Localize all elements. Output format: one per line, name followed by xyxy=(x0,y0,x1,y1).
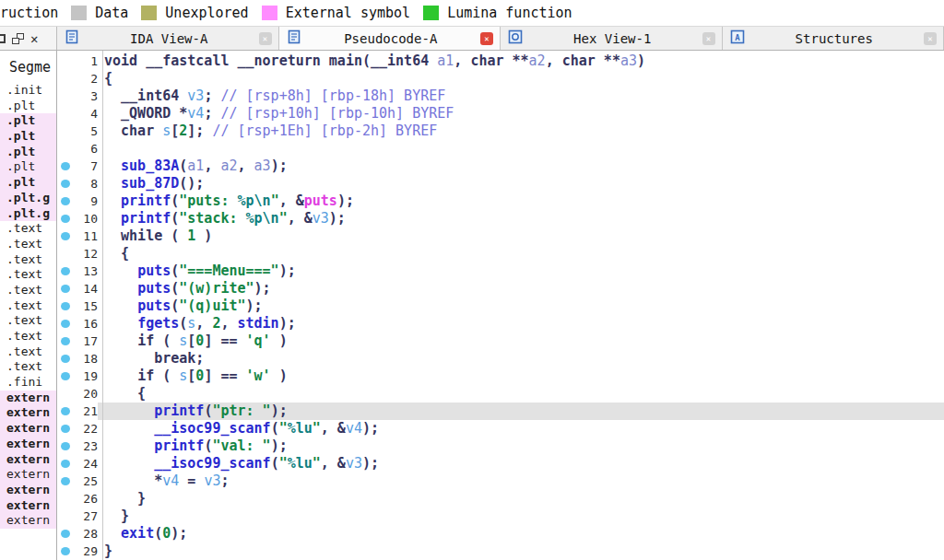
segment-item-extern[interactable]: extern xyxy=(0,498,56,514)
token-st: " xyxy=(313,420,321,437)
segment-item-plt[interactable]: .plt xyxy=(0,129,56,145)
segment-item-plt[interactable]: .plt xyxy=(0,113,56,129)
segment-item-extern[interactable]: extern xyxy=(0,452,56,468)
code-text[interactable]: _QWORD *v4; // [rsp+10h] [rbp-10h] BYREF xyxy=(98,105,944,122)
code-text[interactable]: } xyxy=(98,508,944,525)
tab-close-icon[interactable]: ✕ xyxy=(924,32,937,45)
segment-item-extern[interactable]: extern xyxy=(0,421,56,437)
segment-item-extern[interactable]: extern xyxy=(0,467,56,483)
segment-item-plt[interactable]: .plt xyxy=(0,99,56,114)
code-text[interactable]: { xyxy=(98,245,944,262)
segment-item-text[interactable]: .text xyxy=(0,252,56,268)
code-text[interactable]: printf("stack: %p\n", &v3); xyxy=(98,210,944,228)
tab-hex-view-1[interactable]: Hex View-1✕ xyxy=(501,27,723,50)
code-line: 20 { xyxy=(57,385,944,402)
code-text[interactable]: puts("(q)uit"); xyxy=(98,298,944,315)
token-pl xyxy=(104,175,121,192)
token-fn: __isoc99_scanf xyxy=(154,455,270,472)
token-pl xyxy=(104,455,154,472)
segment-item-text[interactable]: .text xyxy=(0,237,56,252)
segment-item-extern[interactable]: extern xyxy=(0,405,56,421)
segment-item-init[interactable]: .init xyxy=(0,83,56,99)
token-kw: char xyxy=(121,122,154,139)
segment-item-plt.g[interactable]: .plt.g xyxy=(0,206,56,222)
segment-item-text[interactable]: .text xyxy=(0,283,56,298)
token-pl xyxy=(321,52,329,69)
segment-item-text[interactable]: .text xyxy=(0,359,56,375)
line-dot-icon xyxy=(61,267,70,275)
code-text[interactable]: puts("(w)rite"); xyxy=(98,280,944,298)
token-pl: ( xyxy=(171,210,179,227)
code-text[interactable]: if ( s[0] == 'w' ) xyxy=(98,368,944,385)
segment-item-text[interactable]: .text xyxy=(0,329,56,344)
segment-item-extern[interactable]: extern xyxy=(0,437,56,452)
code-text[interactable]: void __fastcall __noreturn main(__int64 … xyxy=(98,52,944,70)
code-text[interactable]: sub_87D(); xyxy=(98,175,944,192)
segment-item-text[interactable]: .text xyxy=(0,298,56,314)
segment-item-plt[interactable]: .plt xyxy=(0,145,56,160)
tab-close-icon[interactable]: ✕ xyxy=(702,32,715,45)
code-text[interactable]: *v4 = v3; xyxy=(98,472,944,490)
token-ex: puts xyxy=(304,192,337,209)
code-line: 6 xyxy=(57,140,944,158)
tab-pseudocode-a[interactable]: Pseudocode-A✕ xyxy=(279,27,502,50)
token-pl: , & xyxy=(288,210,313,227)
segment-item-extern[interactable]: extern xyxy=(0,513,56,529)
legend-item: Lumina function xyxy=(423,5,572,21)
code-text[interactable]: char s[2]; // [rsp+1Eh] [rbp-2h] BYREF xyxy=(98,122,944,140)
code-gutter-dot-cell xyxy=(57,315,72,332)
code-text[interactable]: puts("===Menu==="); xyxy=(98,262,944,280)
line-dot-icon xyxy=(61,180,70,188)
tab-close-icon[interactable]: ✕ xyxy=(480,32,493,45)
token-pl: ); xyxy=(271,158,288,174)
token-fn: sub_87D xyxy=(121,175,179,192)
code-text[interactable]: __int64 v3; // [rsp+8h] [rbp-18h] BYREF xyxy=(98,88,944,105)
tab-structures[interactable]: AStructures✕ xyxy=(723,27,944,50)
segment-item-text[interactable]: .text xyxy=(0,344,56,360)
code-text[interactable]: { xyxy=(98,385,944,402)
code-text[interactable]: } xyxy=(98,490,944,508)
code-line: 10 printf("stack: %p\n", &v3); xyxy=(57,210,944,228)
code-text[interactable]: sub_83A(a1, a2, a3); xyxy=(98,158,944,175)
code-text[interactable]: fgets(s, 2, stdin); xyxy=(98,315,944,332)
code-text[interactable]: printf("puts: %p\n", &puts); xyxy=(98,192,944,210)
code-text[interactable]: __isoc99_scanf("%lu", &v4); xyxy=(98,420,944,438)
line-dot-icon xyxy=(61,477,70,485)
code-text[interactable]: { xyxy=(98,70,944,88)
code-text[interactable] xyxy=(98,140,944,158)
segment-item-plt[interactable]: .plt xyxy=(0,175,56,191)
token-lv: v3 xyxy=(313,210,329,227)
code-text[interactable]: break; xyxy=(98,350,944,368)
token-ar: a3 xyxy=(254,158,271,174)
close-icon[interactable]: ✕ xyxy=(30,33,38,44)
code-line: 2{ xyxy=(57,70,944,88)
segment-item-text[interactable]: .text xyxy=(0,267,56,283)
code-text[interactable]: } xyxy=(98,542,944,560)
code-text[interactable]: exit(0); xyxy=(98,525,944,542)
token-ar: a1 xyxy=(437,52,454,69)
pseudocode-view[interactable]: 1void __fastcall __noreturn main(__int64… xyxy=(57,51,944,560)
line-number: 23 xyxy=(72,438,98,455)
token-pl: } xyxy=(104,508,129,524)
segment-item-extern[interactable]: extern xyxy=(0,483,56,498)
code-line: 15 puts("(q)uit"); xyxy=(57,298,944,315)
svg-text:A: A xyxy=(735,32,740,41)
tab-close-icon[interactable]: ✕ xyxy=(259,32,272,45)
code-text[interactable]: __isoc99_scanf("%lu", &v3); xyxy=(98,455,944,472)
code-text[interactable]: if ( s[0] == 'q' ) xyxy=(98,332,944,350)
code-text[interactable]: while ( 1 ) xyxy=(98,228,944,245)
code-text[interactable]: printf("val: "); xyxy=(98,438,944,455)
code-text[interactable]: printf("ptr: "); xyxy=(98,402,944,420)
legend-color-swatch xyxy=(262,6,277,20)
segment-item-fini[interactable]: .fini xyxy=(0,375,56,391)
restore-down-icon[interactable] xyxy=(12,33,24,44)
segment-item-text[interactable]: .text xyxy=(0,313,56,329)
token-pl: ; xyxy=(204,105,220,122)
segment-item-plt[interactable]: .plt xyxy=(0,159,56,175)
maximize-icon[interactable] xyxy=(0,34,6,43)
token-kw: if xyxy=(137,332,154,349)
tab-ida-view-a[interactable]: IDA View-A✕ xyxy=(57,27,279,50)
segment-item-text[interactable]: .text xyxy=(0,221,56,237)
segment-item-plt.g[interactable]: .plt.g xyxy=(0,191,56,206)
segment-item-extern[interactable]: extern xyxy=(0,391,56,406)
